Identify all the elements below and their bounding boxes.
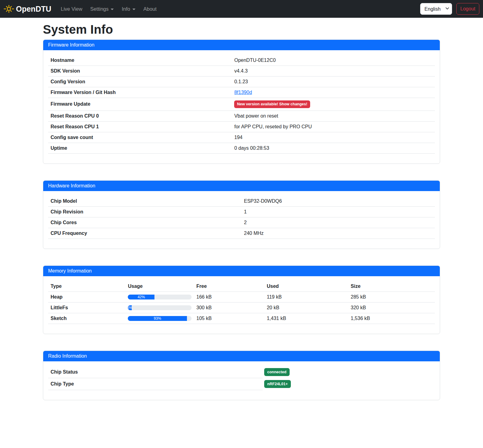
memory-info-card: Memory Information Type Usage Free Used … — [43, 265, 440, 334]
memory-card-header: Memory Information — [43, 266, 440, 276]
memory-usage-cell: 93% — [125, 313, 194, 324]
table-header-row: Type Usage Free Used Size — [48, 281, 435, 292]
table-row: Reset Reason CPU 1 for APP CPU, reseted … — [48, 121, 435, 132]
firmware-card-header: Firmware Information — [43, 40, 440, 50]
memory-usage-cell: 42% — [125, 292, 194, 302]
hardware-info-card: Hardware Information Chip Model ESP32-D0… — [43, 180, 440, 249]
table-row: Sketch 93% 105 kB 1,431 kB 1,536 kB — [48, 313, 435, 324]
memory-table: Type Usage Free Used Size Heap 42% — [48, 281, 435, 324]
row-value: 8f1390d — [232, 87, 435, 98]
nav-item-about[interactable]: About — [139, 4, 161, 14]
row-label: Hostname — [48, 55, 232, 66]
row-label: SDK Version — [48, 66, 232, 77]
progress-track: 93% — [128, 316, 191, 321]
progress-track: 42% — [128, 295, 191, 299]
row-value: ESP32-D0WDQ6 — [242, 196, 435, 207]
table-row: Chip Revision 1 — [48, 206, 435, 217]
row-label: Uptime — [48, 143, 232, 153]
row-label: Reset Reason CPU 1 — [48, 121, 232, 132]
brand[interactable]: OpenDTU — [4, 4, 51, 14]
table-row: SDK Version v4.4.3 — [48, 66, 435, 77]
git-hash-link[interactable]: 8f1390d — [234, 90, 252, 95]
row-value: 1 — [242, 206, 435, 217]
chevron-down-icon — [132, 9, 135, 10]
nav-item-label: About — [143, 6, 157, 12]
row-label: Firmware Update — [48, 98, 232, 111]
row-value: New version available! Show changes! — [232, 98, 435, 111]
row-label: Chip Model — [48, 196, 242, 207]
navbar: OpenDTU Live View Settings Info About En… — [0, 0, 483, 18]
row-label: Firmware Version / Git Hash — [48, 87, 232, 98]
nav-item-live-view[interactable]: Live View — [57, 4, 86, 14]
row-value: 240 MHz — [242, 228, 435, 239]
table-row: Firmware Version / Git Hash 8f1390d — [48, 87, 435, 98]
nav-item-label: Live View — [61, 6, 82, 12]
table-row: Chip Type nRF24L01+ — [48, 378, 435, 390]
table-row: CPU Frequency 240 MHz — [48, 228, 435, 239]
table-row: Firmware Update New version available! S… — [48, 98, 435, 111]
radio-table: Chip Status connected Chip Type nRF24L01… — [48, 366, 435, 390]
chevron-down-icon — [111, 9, 114, 10]
column-header: Usage — [125, 281, 194, 292]
nav-item-label: Settings — [90, 6, 109, 12]
memory-size: 320 kB — [348, 302, 435, 313]
table-row: Heap 42% 166 kB 119 kB 285 kB — [48, 292, 435, 302]
row-value: OpenDTU-0E12C0 — [232, 55, 435, 66]
table-row: Config save count 194 — [48, 132, 435, 143]
main-content: System Info Firmware Information Hostnam… — [43, 23, 440, 400]
row-value: for APP CPU, reseted by PRO CPU — [232, 121, 435, 132]
chip-status-badge: connected — [264, 368, 290, 376]
table-row: Hostname OpenDTU-0E12C0 — [48, 55, 435, 66]
brand-label: OpenDTU — [16, 5, 51, 13]
row-label: CPU Frequency — [48, 228, 242, 239]
hardware-table: Chip Model ESP32-D0WDQ6 Chip Revision 1 … — [48, 196, 435, 239]
memory-type: LittleFs — [48, 302, 125, 313]
memory-used: 1,431 kB — [264, 313, 348, 324]
firmware-table: Hostname OpenDTU-0E12C0 SDK Version v4.4… — [48, 55, 435, 154]
memory-size: 285 kB — [348, 292, 435, 302]
table-row: Config Version 0.1.23 — [48, 77, 435, 87]
language-select[interactable]: English — [420, 3, 452, 15]
progress-track: 6% — [128, 305, 191, 310]
table-row: Uptime 0 days 00:28:53 — [48, 143, 435, 153]
nav-item-settings[interactable]: Settings — [86, 4, 118, 14]
row-label: Chip Type — [48, 378, 263, 390]
sketch-usage-progress-bar: 93% — [128, 316, 187, 321]
row-value: 194 — [232, 132, 435, 143]
chip-type-badge: nRF24L01+ — [264, 380, 291, 388]
column-header: Type — [48, 281, 125, 292]
table-row: Chip Status connected — [48, 366, 435, 378]
memory-used: 119 kB — [264, 292, 348, 302]
row-value: v4.4.3 — [232, 66, 435, 77]
nav-item-info[interactable]: Info — [118, 4, 139, 14]
firmware-info-card: Firmware Information Hostname OpenDTU-0E… — [43, 40, 440, 164]
firmware-update-badge[interactable]: New version available! Show changes! — [234, 100, 310, 108]
memory-type: Heap — [48, 292, 125, 302]
heap-usage-progress-bar: 42% — [128, 295, 154, 299]
row-label: Chip Cores — [48, 217, 242, 228]
column-header: Free — [194, 281, 264, 292]
row-label: Reset Reason CPU 0 — [48, 111, 232, 121]
memory-type: Sketch — [48, 313, 125, 324]
memory-used: 20 kB — [264, 302, 348, 313]
nav-links: Live View Settings Info About — [57, 4, 161, 14]
row-value: 0.1.23 — [232, 77, 435, 87]
table-row: Reset Reason CPU 0 Vbat power on reset — [48, 111, 435, 121]
sun-icon — [4, 4, 14, 14]
row-value: 0 days 00:28:53 — [232, 143, 435, 153]
table-row: Chip Cores 2 — [48, 217, 435, 228]
table-row: LittleFs 6% 300 kB 20 kB 320 kB — [48, 302, 435, 313]
row-value: Vbat power on reset — [232, 111, 435, 121]
row-label: Config Version — [48, 77, 232, 87]
column-header: Size — [348, 281, 435, 292]
row-label: Chip Revision — [48, 206, 242, 217]
page-title: System Info — [43, 23, 440, 36]
memory-size: 1,536 kB — [348, 313, 435, 324]
radio-card-header: Radio Information — [43, 351, 440, 361]
radio-info-card: Radio Information Chip Status connected … — [43, 351, 440, 400]
memory-usage-cell: 6% — [125, 302, 194, 313]
memory-free: 166 kB — [194, 292, 264, 302]
logout-button[interactable]: Logout — [456, 3, 479, 15]
column-header: Used — [264, 281, 348, 292]
navbar-right: English Logout — [420, 3, 479, 15]
